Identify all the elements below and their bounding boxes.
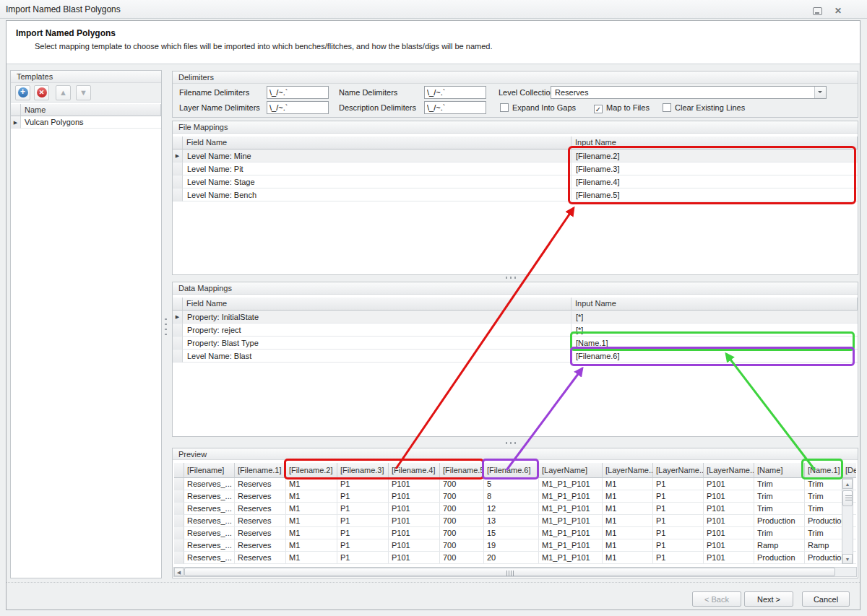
preview-column-header[interactable]: [Name] [754, 463, 805, 478]
templates-title: Templates [11, 71, 161, 83]
preview-cell: Reserves_... [184, 503, 235, 515]
preview-column-header[interactable]: [Filename.2] [286, 463, 337, 478]
input-name-cell[interactable]: [Name.1] [571, 337, 858, 350]
preview-column-header[interactable]: [LayerName... [603, 463, 653, 478]
input-name-cell[interactable]: [Filename.5] [571, 188, 858, 201]
preview-row[interactable]: Reserves_...ReservesM1P1P1017005M1_P1_P1… [174, 478, 856, 490]
filename-delimiters-input[interactable] [267, 86, 329, 99]
preview-cell: M1_P1_P101 [539, 503, 603, 515]
map-to-files-checkbox[interactable]: ✓Map to Files [594, 103, 650, 113]
preview-row[interactable]: Reserves_...ReservesM1P1P10170015M1_P1_P… [174, 527, 856, 539]
scroll-left-icon[interactable]: ◀ [174, 568, 184, 576]
preview-cell: M1 [603, 515, 653, 527]
preview-cell: P101 [704, 552, 754, 564]
preview-column-header[interactable]: [Filename.5] [440, 463, 484, 478]
page-title: Import Named Polygons [16, 28, 116, 38]
preview-cell: Trim [754, 490, 805, 503]
row-indicator-icon [173, 188, 183, 201]
preview-cell: P1 [337, 503, 389, 515]
name-delimiters-input[interactable] [424, 86, 486, 99]
preview-cell: M1 [603, 552, 653, 564]
preview-cell: 700 [440, 490, 484, 503]
delete-template-button[interactable]: ✕ [34, 85, 49, 100]
input-name-column-header[interactable]: Input Name [571, 298, 858, 311]
input-name-column-header[interactable]: Input Name [571, 136, 858, 149]
preview-row[interactable]: Reserves_...ReservesM1P1P1017008M1_P1_P1… [174, 490, 856, 503]
preview-row[interactable]: Reserves_...ReservesM1P1P10170020M1_P1_P… [174, 552, 856, 564]
horizontal-scrollbar-thumb[interactable] [184, 568, 835, 576]
input-name-cell[interactable]: [*] [571, 311, 858, 324]
preview-column-header[interactable]: [Filename.3] [337, 463, 389, 478]
name-column-header[interactable]: Name [21, 104, 161, 116]
preview-column-header[interactable]: [Filename.1] [235, 463, 286, 478]
templates-grid-header: Name [11, 104, 161, 116]
preview-cell: Production [805, 515, 842, 527]
scroll-up-icon[interactable]: ▲ [842, 479, 853, 489]
preview-column-header[interactable]: [Filename.6] [484, 463, 539, 478]
preview-cell: Trim [754, 503, 805, 515]
input-name-cell[interactable]: [Filename.2] [571, 149, 858, 162]
template-row[interactable]: ▶Vulcan Polygons [11, 116, 161, 129]
field-name-cell: Level Name: Pit [183, 162, 571, 175]
vertical-scrollbar-thumb[interactable] [842, 490, 853, 506]
horizontal-scrollbar[interactable]: ◀ [173, 567, 857, 577]
preview-cell: Reserves [235, 503, 286, 515]
preview-row[interactable]: Reserves_...ReservesM1P1P10170013M1_P1_P… [174, 515, 856, 527]
preview-row[interactable]: Reserves_...ReservesM1P1P10170012M1_P1_P… [174, 503, 856, 515]
preview-cell: M1 [286, 490, 337, 503]
checkbox-icon[interactable]: ✓ [594, 105, 603, 113]
cancel-button[interactable]: Cancel [802, 591, 850, 607]
scroll-down-icon[interactable]: ▼ [842, 554, 853, 564]
add-template-button[interactable]: + [15, 85, 30, 100]
vertical-scrollbar[interactable]: ▲ ▼ [842, 478, 853, 564]
vertical-splitter-grip[interactable] [165, 318, 167, 337]
field-name-cell: Level Name: Mine [183, 149, 571, 162]
preview-cell: 15 [484, 527, 539, 539]
layer-name-delimiters-input[interactable] [267, 101, 329, 114]
field-name-column-header[interactable]: Field Name [183, 298, 571, 311]
expand-into-gaps-checkbox[interactable]: Expand Into Gaps [500, 103, 576, 113]
mapping-row[interactable]: ▶Property: InitialState[*] [173, 311, 858, 324]
input-name-cell[interactable]: [Filename.3] [571, 162, 858, 175]
back-button[interactable]: < Back [692, 591, 741, 607]
preview-column-header[interactable]: [Filename.4] [389, 463, 440, 478]
window-restore-icon[interactable] [813, 7, 822, 15]
preview-cell: M1 [603, 527, 653, 539]
preview-column-header[interactable]: [Name.1] [805, 463, 842, 478]
preview-column-header[interactable]: [LayerName] [539, 463, 603, 478]
horizontal-splitter-grip[interactable] [506, 442, 517, 444]
checkbox-icon[interactable] [500, 103, 509, 112]
horizontal-splitter-grip[interactable] [506, 277, 517, 279]
preview-cell: 5 [484, 478, 539, 490]
row-indicator-cell [174, 503, 184, 515]
preview-column-header[interactable]: [LayerName... [704, 463, 754, 478]
preview-row[interactable]: Reserves_...ReservesM1P1P10170019M1_P1_P… [174, 539, 856, 552]
mapping-row[interactable]: Property: reject[*] [173, 324, 858, 337]
mapping-row[interactable]: Level Name: Pit[Filename.3] [173, 162, 858, 175]
preview-column-header[interactable]: [De [842, 463, 856, 478]
move-down-button[interactable]: ▼ [76, 85, 91, 100]
mapping-row[interactable]: Level Name: Bench[Filename.5] [173, 188, 858, 201]
clear-existing-lines-checkbox[interactable]: Clear Existing Lines [663, 103, 745, 113]
preview-column-header[interactable]: [LayerName... [653, 463, 704, 478]
chevron-down-icon[interactable] [814, 87, 826, 98]
move-up-button[interactable]: ▲ [56, 85, 71, 100]
preview-column-header[interactable]: [Filename] [184, 463, 235, 478]
titlebar[interactable]: Import Named Blast Polygons [0, 0, 867, 19]
preview-cell: M1 [286, 503, 337, 515]
mapping-row[interactable]: Level Name: Blast[Filename.6] [173, 350, 858, 363]
input-name-cell[interactable]: [*] [571, 324, 858, 337]
next-button[interactable]: Next > [744, 591, 793, 607]
mapping-row[interactable]: Property: Blast Type[Name.1] [173, 337, 858, 350]
field-name-column-header[interactable]: Field Name [183, 136, 571, 149]
checkbox-icon[interactable] [663, 103, 671, 112]
description-delimiters-input[interactable] [424, 101, 486, 114]
preview-cell: P1 [337, 490, 389, 503]
file-mappings-body: ▶Level Name: Mine[Filename.2]Level Name:… [173, 149, 858, 201]
level-collection-select[interactable]: Reserves [551, 86, 827, 99]
window-close-icon[interactable]: ✕ [832, 5, 844, 17]
mapping-row[interactable]: ▶Level Name: Mine[Filename.2] [173, 149, 858, 162]
mapping-row[interactable]: Level Name: Stage[Filename.4] [173, 175, 858, 188]
input-name-cell[interactable]: [Filename.6] [571, 350, 858, 363]
input-name-cell[interactable]: [Filename.4] [571, 175, 858, 188]
